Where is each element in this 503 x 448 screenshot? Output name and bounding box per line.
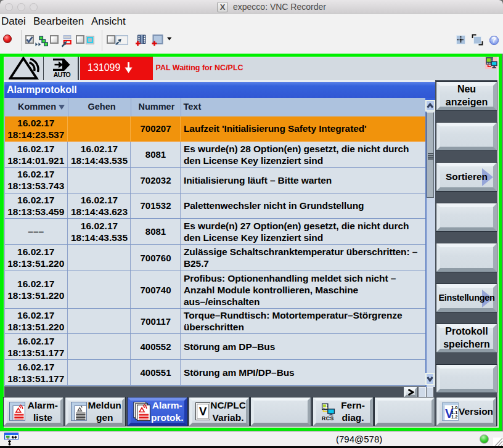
svg-text:V: V	[199, 405, 207, 418]
svg-text:1.2: 1.2	[451, 414, 457, 420]
svg-text:RCS: RCS	[321, 415, 333, 421]
